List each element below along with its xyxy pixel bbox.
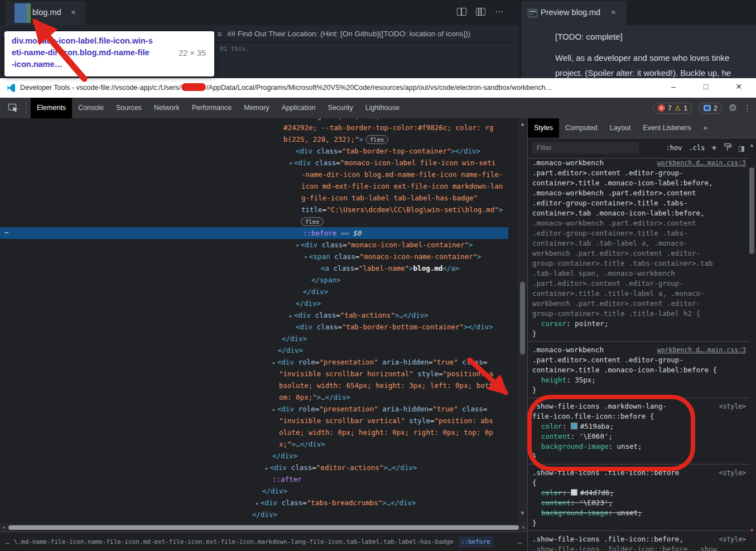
style-rule-selector[interactable]: .monaco-workbench .part.editor>.content bbox=[532, 188, 747, 198]
new-style-rule-button[interactable]: + bbox=[711, 143, 716, 153]
devtools-tab-memory[interactable]: Memory bbox=[238, 98, 275, 118]
elements-tree-line[interactable]: g-file-icon tab-label tab-label-has-badg… bbox=[301, 192, 478, 204]
elements-tree-line[interactable]: ::before == $0 bbox=[303, 227, 362, 239]
close-tab-icon[interactable]: × bbox=[71, 7, 76, 17]
toggle-hover-state-button[interactable]: :hov bbox=[666, 144, 682, 152]
elements-tree-line[interactable]: ▸<div class="editor-actions">…</div> bbox=[265, 462, 417, 474]
scroll-down-icon[interactable]: ▼ bbox=[749, 528, 754, 533]
horizontal-scrollbar[interactable]: ◂ ▸ bbox=[0, 524, 527, 531]
elements-tree-line[interactable]: bsolute; width: 654px; height: 3px; left… bbox=[279, 380, 493, 391]
elements-tree-line[interactable]: "invisible scrollbar horizontal" style="… bbox=[279, 368, 493, 380]
elements-tree-line[interactable]: <div class="tab-border-top-container"></… bbox=[296, 145, 480, 157]
elements-tree-line[interactable]: ::after bbox=[272, 473, 302, 485]
elements-tree-line[interactable]: </span> bbox=[311, 274, 341, 286]
style-rule-property[interactable]: color: #519aba; bbox=[541, 421, 747, 432]
editor-layout-icon[interactable] bbox=[476, 8, 485, 16]
style-rule-property[interactable]: background-image: unset; bbox=[541, 508, 747, 518]
style-rule-property[interactable]: content: '\E023'; bbox=[541, 498, 747, 508]
style-rule-property[interactable]: background-image: unset; bbox=[541, 442, 747, 452]
style-rule-selector[interactable]: .show-file-icons .folder-icon::before, .… bbox=[532, 544, 747, 551]
style-rule-property[interactable]: color: #d4d7d6; bbox=[541, 488, 747, 498]
close-preview-tab-icon[interactable]: × bbox=[611, 7, 616, 17]
elements-tree-line[interactable]: </div> bbox=[296, 298, 321, 309]
style-rule-selector[interactable]: .monaco-workbenchworkbench.d….main.css:3 bbox=[532, 345, 747, 355]
styles-tab-computed[interactable]: Computed bbox=[559, 118, 604, 138]
style-rule-selector[interactable]: workbench .part.editor>.content .editor- bbox=[532, 248, 747, 258]
elements-tree-line[interactable]: ▾<span class="monaco-icon-name-container… bbox=[304, 251, 481, 263]
scroll-up-icon[interactable]: ▲ bbox=[749, 142, 754, 148]
style-rule-selector[interactable]: .monaco-workbench .part.editor>.content bbox=[532, 218, 747, 228]
style-rule-selector[interactable]: .show-file-icons .markdown-lang-<style> bbox=[532, 401, 747, 411]
maximize-button[interactable]: □ bbox=[697, 82, 714, 91]
elements-tree-line[interactable]: </div> bbox=[282, 333, 307, 344]
devtools-menu-icon[interactable]: ⋮ bbox=[743, 103, 752, 113]
styles-tab-layout[interactable]: Layout bbox=[604, 118, 637, 138]
tab-preview-blog-md[interactable]: Preview blog.md × bbox=[522, 1, 627, 25]
console-errors-badge[interactable]: ✕ 7 ⚠ 1 bbox=[653, 103, 692, 114]
toggle-class-button[interactable]: .cls bbox=[688, 144, 705, 152]
style-rule-property[interactable]: height: 35px; bbox=[541, 375, 747, 385]
style-rule-selector[interactable]: workbench .part.editor>.content .editor- bbox=[532, 299, 747, 309]
style-rule-selector[interactable]: .show-file-icons .file-icon::before<styl… bbox=[532, 468, 747, 478]
scroll-left-icon[interactable]: ◂ bbox=[2, 524, 5, 530]
styles-tab-»[interactable]: » bbox=[697, 118, 713, 138]
elements-tree-line[interactable]: x;">…</div> bbox=[279, 438, 325, 450]
elements-tree-line[interactable]: </div> bbox=[272, 450, 297, 462]
style-rule-property[interactable]: content: '\E060'; bbox=[541, 432, 747, 442]
elements-scrollbar[interactable] bbox=[520, 282, 525, 354]
elements-tree-line[interactable]: </div> bbox=[303, 286, 328, 298]
elements-tree-line[interactable]: </div> bbox=[252, 509, 277, 520]
rule-source-link[interactable]: workbench.d….main.css:3 bbox=[657, 345, 746, 355]
style-rule-selector[interactable]: .part.editor>.content .editor-group- bbox=[532, 355, 747, 365]
breadcrumb-item[interactable]: … bbox=[518, 538, 522, 545]
elements-tree-line[interactable]: b(225, 228, 232);">flex bbox=[283, 133, 388, 146]
style-rule-property[interactable]: cursor: pointer; bbox=[541, 319, 747, 329]
elements-tree-line[interactable]: -name-dir-icon blog.md-name-file-icon na… bbox=[301, 169, 503, 180]
style-rule-selector[interactable]: container>.title .title-label a, .monaco… bbox=[532, 289, 747, 299]
close-button[interactable]: ✕ bbox=[730, 82, 747, 91]
scroll-down-icon[interactable]: ▼ bbox=[520, 510, 525, 516]
elements-tree-line[interactable]: ▸<div role="presentation" aria-hidden="t… bbox=[272, 356, 487, 368]
devtools-tab-lighthouse[interactable]: Lighthouse bbox=[359, 98, 406, 118]
breadcrumb-item[interactable]: \.md-name-file-icon.name-file-icon.md-ex… bbox=[14, 538, 454, 545]
elements-tree-line[interactable]: flex bbox=[298, 215, 324, 228]
devtools-tab-elements[interactable]: Elements bbox=[31, 98, 72, 118]
scroll-up-icon[interactable]: ▲ bbox=[520, 121, 525, 127]
style-rule-selector[interactable]: .editor-group-container>.title .tabs- bbox=[532, 228, 747, 238]
devtools-tab-sources[interactable]: Sources bbox=[110, 98, 148, 118]
elements-tree-line[interactable]: <div class="tab-border-bottom-container"… bbox=[296, 321, 493, 333]
styles-scrollbar[interactable] bbox=[749, 167, 754, 254]
style-rule-selector[interactable]: .show-file-icons .file-icon::before,<sty… bbox=[532, 534, 747, 544]
more-actions-icon[interactable]: ⋯ bbox=[495, 8, 503, 15]
elements-tree-line[interactable]: om: 0px;">…</div> bbox=[279, 391, 350, 403]
settings-gear-icon[interactable]: ⚙ bbox=[729, 102, 737, 114]
rendering-emulation-icon[interactable] bbox=[724, 143, 731, 154]
style-rule-selector[interactable]: group-container>.title .title-label h2 { bbox=[532, 309, 747, 319]
style-rule-selector[interactable]: .part.editor>.content .editor-group- bbox=[532, 168, 747, 178]
elements-tree-line[interactable]: ▸<div role="presentation" aria-hidden="t… bbox=[272, 403, 487, 415]
style-rule-selector[interactable]: container>.tab .tab-label a, .monaco- bbox=[532, 238, 747, 248]
styles-tab-styles[interactable]: Styles bbox=[528, 118, 559, 138]
hamburger-icon[interactable]: ≡ bbox=[217, 29, 222, 39]
dock-panel-icon[interactable]: ◨ bbox=[738, 144, 745, 152]
elements-tree-line[interactable]: ▸<div class="tabs-breadcrumbs">…</div> bbox=[256, 497, 416, 509]
minimize-button[interactable]: – bbox=[665, 82, 682, 91]
style-rule-selector[interactable]: group-container>.title .tabs-container>.… bbox=[532, 258, 747, 269]
elements-tree-line[interactable]: ▾<div class="monaco-icon-label-container… bbox=[296, 239, 473, 251]
style-rule-selector[interactable]: .monaco-workbenchworkbench.d….main.css:3 bbox=[532, 158, 747, 168]
style-rule-selector[interactable]: { bbox=[532, 478, 747, 488]
breadcrumb-item[interactable]: … bbox=[6, 538, 9, 545]
inspect-element-icon[interactable] bbox=[8, 102, 19, 113]
elements-tree-line[interactable]: "invisible scrollbar vertical" style="po… bbox=[279, 415, 493, 427]
style-rule-selector[interactable]: .editor-group-container>.title .tabs- bbox=[532, 198, 747, 208]
elements-tree-line[interactable]: icon md-ext-file-icon ext-file-icon mark… bbox=[301, 180, 503, 192]
rule-source-link[interactable]: workbench.d….main.css:3 bbox=[657, 158, 746, 168]
style-rule-selector[interactable]: container>.title .monaco-icon-label:befo… bbox=[532, 178, 747, 188]
elements-tree-line[interactable]: </div> bbox=[262, 485, 287, 497]
styles-tab-event-listeners[interactable]: Event Listeners bbox=[637, 118, 697, 138]
devtools-tab-console[interactable]: Console bbox=[72, 98, 110, 118]
styles-filter-input[interactable] bbox=[532, 142, 639, 154]
elements-tree-line[interactable]: <a class="label-name">blog.md</a> bbox=[321, 262, 459, 274]
elements-tree-line[interactable]: title="C:\Users\dcdee\CC\Blog\win-seti\b… bbox=[301, 204, 503, 215]
devtools-tab-security[interactable]: Security bbox=[322, 98, 359, 118]
